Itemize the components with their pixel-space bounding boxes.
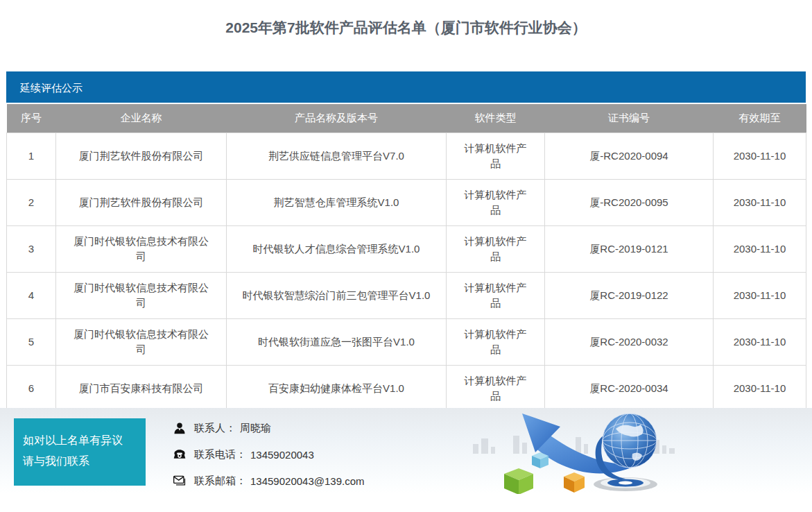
person-icon (172, 420, 187, 436)
globe-arrow-graphic (430, 408, 707, 494)
page-title: 2025年第7批软件产品评估名单（厦门市软件行业协会） (0, 0, 812, 37)
table-cell: 厦门荆艺软件股份有限公司 (56, 179, 227, 225)
table-header-row: 序号企业名称产品名称及版本号软件类型证书编号有效期至 (7, 104, 806, 133)
contact-person-row: 联系人： 周晓瑜 (172, 419, 365, 437)
column-header: 序号 (7, 104, 56, 133)
section-header-bar: 延续评估公示 (6, 71, 806, 104)
table-cell: 2030-11-10 (714, 365, 806, 411)
table-cell: 2030-11-10 (714, 225, 806, 272)
table-row: 6厦门市百安康科技有限公司百安康妇幼健康体检平台V1.0计算机软件产品厦RC-2… (7, 365, 806, 411)
table-cell: 2 (7, 179, 56, 225)
globe-base (594, 477, 657, 491)
table-row: 3厦门时代银软信息技术有限公司时代银软人才信息综合管理系统V1.0计算机软件产品… (7, 225, 806, 272)
table-cell: 厦门时代银软信息技术有限公司 (56, 272, 227, 318)
notice-line2: 请与我们联系 (23, 451, 146, 472)
column-header: 证书编号 (545, 104, 714, 133)
table-row: 2厦门荆艺软件股份有限公司荆艺智慧仓库管理系统V1.0计算机软件产品厦-RC20… (7, 179, 806, 225)
section-header-label: 延续评估公示 (20, 82, 83, 94)
contact-phone-value: 13459020043 (250, 449, 314, 461)
evaluation-table: 序号企业名称产品名称及版本号软件类型证书编号有效期至 1厦门荆艺软件股份有限公司… (6, 104, 806, 459)
table-cell: 厦RC-2019-0121 (545, 225, 714, 272)
column-header: 有效期至 (714, 104, 806, 133)
green-cube (504, 468, 533, 494)
table-cell: 计算机软件产品 (447, 179, 545, 225)
table-cell: 5 (7, 318, 56, 365)
table-cell: 时代银软智慧综治门前三包管理平台V1.0 (227, 272, 447, 318)
column-header: 产品名称及版本号 (227, 104, 447, 133)
phone-icon (172, 447, 187, 462)
table-cell: 计算机软件产品 (447, 133, 545, 179)
contact-email-row: 联系邮箱： 13459020043@139.com (172, 472, 365, 490)
table-cell: 厦门时代银软信息技术有限公司 (56, 318, 227, 365)
contact-email-label: 联系邮箱： (194, 475, 246, 488)
table-cell: 计算机软件产品 (447, 365, 545, 411)
table-cell: 3 (7, 225, 56, 272)
table-row: 1厦门荆艺软件股份有限公司荆艺供应链信息管理平台V7.0计算机软件产品厦-RC2… (7, 133, 806, 179)
table-cell: 2030-11-10 (714, 272, 806, 318)
table-cell: 荆艺智慧仓库管理系统V1.0 (227, 179, 447, 225)
column-header: 软件类型 (447, 104, 545, 133)
table-cell: 厦RC-2020-0034 (545, 365, 714, 411)
contact-list: 联系人： 周晓瑜 联系电话： 13459020043 (172, 419, 365, 498)
table-cell: 厦RC-2019-0122 (545, 272, 714, 318)
table-row: 4厦门时代银软信息技术有限公司时代银软智慧综治门前三包管理平台V1.0计算机软件… (7, 272, 806, 318)
globe (603, 413, 657, 468)
contact-phone-row: 联系电话： 13459020043 (172, 445, 365, 463)
table-cell: 厦门荆艺软件股份有限公司 (56, 133, 227, 179)
contact-email-value: 13459020043@139.com (250, 475, 365, 487)
table-cell: 时代银软街道应急一张图平台V1.0 (227, 318, 447, 365)
email-icon (172, 473, 187, 488)
table-cell: 厦门时代银软信息技术有限公司 (56, 225, 227, 272)
footer-banner: 如对以上名单有异议 请与我们联系 联系人： 周晓瑜 (0, 408, 812, 494)
table-cell: 厦-RC2020-0094 (545, 133, 714, 179)
orange-cube (564, 472, 585, 493)
table-cell: 百安康妇幼健康体检平台V1.0 (227, 365, 447, 411)
column-header: 企业名称 (56, 104, 227, 133)
table-cell: 厦RC-2020-0032 (545, 318, 714, 365)
table-cell: 6 (7, 365, 56, 411)
contact-person-value: 周晓瑜 (240, 422, 271, 435)
contact-person-label: 联系人： (194, 422, 236, 435)
dispute-notice-box: 如对以上名单有异议 请与我们联系 (14, 418, 146, 486)
table-cell: 计算机软件产品 (447, 272, 545, 318)
table-cell: 2030-11-10 (714, 133, 806, 179)
table-cell: 计算机软件产品 (447, 318, 545, 365)
table-cell: 1 (7, 133, 56, 179)
page: 2025年第7批软件产品评估名单（厦门市软件行业协会） 延续评估公示 序号企业名… (0, 0, 812, 512)
notice-line1: 如对以上名单有异议 (23, 430, 146, 451)
contact-phone-label: 联系电话： (194, 448, 246, 461)
table-cell: 2030-11-10 (714, 179, 806, 225)
table-cell: 时代银软人才信息综合管理系统V1.0 (227, 225, 447, 272)
table-cell: 计算机软件产品 (447, 225, 545, 272)
table-cell: 荆艺供应链信息管理平台V7.0 (227, 133, 447, 179)
table-cell: 2030-11-10 (714, 318, 806, 365)
table-cell: 4 (7, 272, 56, 318)
table-row: 5厦门时代银软信息技术有限公司时代银软街道应急一张图平台V1.0计算机软件产品厦… (7, 318, 806, 365)
table-cell: 厦门市百安康科技有限公司 (56, 365, 227, 411)
table-cell: 厦-RC2020-0095 (545, 179, 714, 225)
